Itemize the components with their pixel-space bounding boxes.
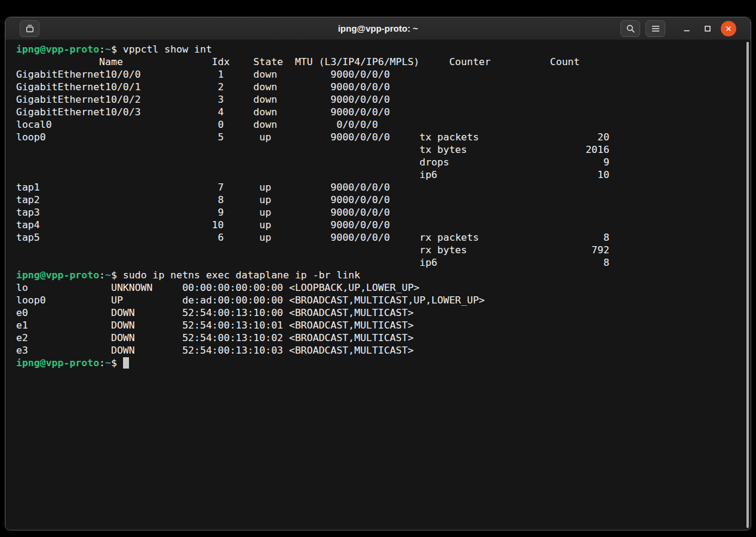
text-segment: 10 bbox=[40, 219, 224, 231]
terminal-viewport[interactable]: ipng@vpp-proto:~$ vppctl show int Name I… bbox=[5, 40, 751, 530]
text-segment: 9000/0/0/0 bbox=[271, 232, 390, 243]
terminal-line: ip6 8 bbox=[16, 256, 736, 269]
text-segment: down bbox=[224, 94, 277, 105]
text-segment: ipng@vpp-proto bbox=[16, 357, 99, 369]
text-segment: 0/0/0/0 bbox=[277, 119, 378, 130]
terminal-line: tap3 9 up 9000/0/0/0 bbox=[16, 206, 736, 219]
terminal-line: rx bytes 792 bbox=[16, 244, 736, 256]
text-segment: ipng@vpp-proto bbox=[16, 269, 99, 281]
terminal-line: e3 DOWN 52:54:00:13:10:03 <BROADCAST,MUL… bbox=[16, 344, 736, 357]
close-button[interactable] bbox=[721, 21, 736, 36]
text-segment: DOWN bbox=[28, 307, 135, 318]
terminal-line: GigabitEthernet10/0/1 2 down 9000/0/0/0 bbox=[16, 81, 736, 93]
text-segment: 52:54:00:13:10:00 <BROADCAST,MULTICAST> bbox=[135, 307, 414, 318]
text-segment: drops bbox=[16, 157, 449, 168]
text-segment: 9000/0/0/0 bbox=[277, 106, 390, 118]
menu-icon bbox=[651, 24, 660, 33]
text-segment: 1 bbox=[141, 69, 224, 80]
text-segment: Name bbox=[16, 56, 123, 67]
desktop-background: ipng@vpp-proto: ~ bbox=[0, 0, 756, 537]
text-segment: ~ bbox=[105, 357, 111, 369]
minimize-button[interactable] bbox=[679, 21, 694, 36]
text-segment: down bbox=[224, 81, 277, 93]
terminal-line: GigabitEthernet10/0/3 4 down 9000/0/0/0 bbox=[16, 106, 736, 118]
text-segment: 9 bbox=[40, 207, 224, 218]
text-segment: 10 bbox=[437, 169, 609, 180]
text-segment: ip6 bbox=[16, 257, 437, 268]
text-segment: rx packets bbox=[390, 232, 479, 243]
text-segment: lo bbox=[16, 282, 28, 293]
text-segment: Counter bbox=[420, 56, 491, 67]
terminal-line: tx bytes 2016 bbox=[16, 143, 736, 156]
text-segment: up bbox=[224, 219, 271, 231]
text-segment: tx bytes bbox=[16, 144, 467, 155]
text-segment: DOWN bbox=[28, 320, 135, 331]
terminal-window: ipng@vpp-proto: ~ bbox=[5, 17, 751, 530]
text-segment: GigabitEthernet10/0/1 bbox=[16, 81, 141, 93]
scrollbar[interactable] bbox=[746, 42, 749, 528]
text-segment: tap5 bbox=[16, 232, 40, 243]
text-segment: 9000/0/0/0 bbox=[271, 207, 390, 218]
terminal-line: local0 0 down 0/0/0/0 bbox=[16, 118, 736, 131]
text-segment: : bbox=[99, 269, 105, 281]
text-segment: down bbox=[224, 106, 277, 118]
text-segment: up bbox=[224, 131, 271, 143]
new-tab-button[interactable] bbox=[20, 20, 39, 37]
terminal-line: e2 DOWN 52:54:00:13:10:02 <BROADCAST,MUL… bbox=[16, 332, 736, 344]
text-segment: 0 bbox=[52, 119, 224, 130]
new-tab-icon bbox=[25, 24, 35, 33]
text-segment: e2 bbox=[16, 332, 28, 343]
terminal-cursor bbox=[123, 357, 129, 369]
menu-button[interactable] bbox=[646, 20, 665, 37]
text-segment: down bbox=[224, 69, 277, 80]
close-icon bbox=[724, 24, 733, 33]
text-segment: 9 bbox=[449, 157, 609, 168]
terminal-line: ipng@vpp-proto:~$ bbox=[16, 357, 736, 369]
text-segment: MTU (L3/IP4/IP6/MPLS) bbox=[283, 56, 419, 67]
text-segment: rx bytes bbox=[16, 244, 467, 256]
text-segment: e0 bbox=[16, 307, 28, 318]
text-segment: 20 bbox=[479, 131, 610, 143]
text-segment: 00:00:00:00:00:00 <LOOPBACK,UP,LOWER_UP> bbox=[153, 282, 420, 293]
terminal-line: loop0 UP de:ad:00:00:00:00 <BROADCAST,MU… bbox=[16, 294, 736, 306]
titlebar[interactable]: ipng@vpp-proto: ~ bbox=[5, 17, 751, 40]
text-segment: $ bbox=[111, 357, 123, 369]
text-segment: : bbox=[99, 44, 105, 55]
terminal-line: loop0 5 up 9000/0/0/0 tx packets 20 bbox=[16, 131, 736, 143]
text-segment: DOWN bbox=[28, 332, 135, 343]
search-button[interactable] bbox=[620, 20, 640, 37]
text-segment: tx packets bbox=[390, 131, 479, 143]
text-segment: 792 bbox=[467, 244, 609, 256]
maximize-button[interactable] bbox=[700, 21, 715, 36]
text-segment: 3 bbox=[141, 94, 224, 105]
text-segment: $ bbox=[111, 44, 123, 55]
text-segment: Idx bbox=[123, 56, 230, 67]
text-segment: : bbox=[99, 357, 105, 369]
terminal-line: e0 DOWN 52:54:00:13:10:00 <BROADCAST,MUL… bbox=[16, 306, 736, 319]
text-segment: tap4 bbox=[16, 219, 40, 231]
text-segment: ~ bbox=[105, 269, 111, 281]
text-segment: 9000/0/0/0 bbox=[271, 182, 390, 193]
terminal-line: GigabitEthernet10/0/0 1 down 9000/0/0/0 bbox=[16, 68, 736, 81]
text-segment: $ bbox=[111, 269, 123, 281]
titlebar-controls bbox=[620, 20, 736, 37]
terminal-line: tap2 8 up 9000/0/0/0 bbox=[16, 194, 736, 206]
text-segment: tap2 bbox=[16, 194, 40, 205]
text-segment: tap3 bbox=[16, 207, 40, 218]
text-segment: up bbox=[224, 232, 271, 243]
text-segment: ip6 bbox=[16, 169, 437, 180]
text-segment: 2016 bbox=[467, 144, 609, 155]
text-segment: GigabitEthernet10/0/2 bbox=[16, 94, 141, 105]
text-segment: 9000/0/0/0 bbox=[277, 81, 390, 93]
terminal-line: ip6 10 bbox=[16, 168, 736, 181]
text-segment: 52:54:00:13:10:01 <BROADCAST,MULTICAST> bbox=[135, 320, 414, 331]
text-segment: 9000/0/0/0 bbox=[277, 94, 390, 105]
text-segment: 9000/0/0/0 bbox=[271, 219, 390, 231]
text-segment: loop0 bbox=[16, 294, 46, 306]
terminal-line: drops 9 bbox=[16, 156, 736, 168]
text-segment: 9000/0/0/0 bbox=[277, 69, 390, 80]
text-segment: 8 bbox=[40, 194, 224, 205]
text-segment: local0 bbox=[16, 119, 52, 130]
search-icon bbox=[626, 24, 635, 33]
text-segment: GigabitEthernet10/0/3 bbox=[16, 106, 141, 118]
